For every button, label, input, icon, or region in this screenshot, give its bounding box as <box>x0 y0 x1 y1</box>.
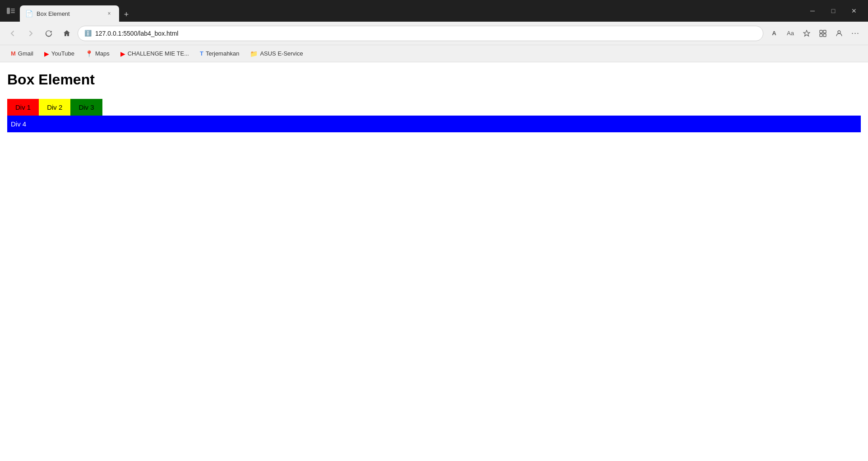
gmail-favicon: M <box>11 50 16 57</box>
svg-rect-7 <box>823 34 826 37</box>
back-button[interactable] <box>5 26 20 41</box>
svg-rect-3 <box>11 12 15 13</box>
forward-button[interactable] <box>23 26 38 41</box>
bookmarks-bar: M Gmail ▶ YouTube 📍 Maps ▶ CHALLENGE MIE… <box>0 45 868 62</box>
close-button[interactable]: ✕ <box>844 0 864 22</box>
bookmark-challenge[interactable]: ▶ CHALLENGE MIE TE... <box>116 48 194 59</box>
inline-boxes-row: Div 1 Div 2 Div 3 <box>7 99 861 116</box>
new-tab-button[interactable]: + <box>119 7 134 22</box>
sidebar-toggle-icon[interactable] <box>4 4 18 18</box>
tabs-area: 📄 Box Element × + <box>20 0 802 22</box>
tab-icon: 📄 <box>25 10 33 17</box>
challenge-favicon: ▶ <box>120 50 125 57</box>
bookmark-terjemahkan-label: Terjemahkan <box>206 50 239 57</box>
read-aloud-button[interactable]: A <box>767 26 781 41</box>
div2-box: Div 2 <box>39 99 70 116</box>
bookmark-maps-label: Maps <box>95 50 110 57</box>
title-bar: 📄 Box Element × + ─ □ ✕ <box>0 0 868 22</box>
browser-window: 📄 Box Element × + ─ □ ✕ ℹ️ 127.0.0.1:550 <box>0 0 868 461</box>
bookmark-gmail-label: Gmail <box>18 50 33 57</box>
youtube-favicon: ▶ <box>44 50 49 57</box>
page-content: Box Element Div 1 Div 2 Div 3 Div 4 <box>0 62 868 461</box>
svg-point-8 <box>838 31 840 33</box>
profile-button[interactable] <box>832 26 846 41</box>
maximize-button[interactable]: □ <box>823 0 844 22</box>
svg-rect-2 <box>11 10 15 11</box>
navigation-bar: ℹ️ 127.0.0.1:5500/lab4_box.html A Aa ··· <box>0 22 868 45</box>
terjemahkan-favicon: T <box>200 50 203 57</box>
tab-title: Box Element <box>37 10 101 17</box>
reload-button[interactable] <box>42 26 56 41</box>
maps-favicon: 📍 <box>85 50 93 57</box>
nav-right-icons: A Aa ··· <box>767 26 863 41</box>
svg-rect-0 <box>7 8 10 14</box>
div3-box: Div 3 <box>70 99 102 116</box>
asus-favicon: 📁 <box>250 50 258 57</box>
bookmark-gmail[interactable]: M Gmail <box>6 48 38 59</box>
active-tab[interactable]: 📄 Box Element × <box>20 5 119 22</box>
div4-box: Div 4 <box>7 116 861 132</box>
collections-button[interactable] <box>816 26 830 41</box>
home-button[interactable] <box>60 26 74 41</box>
window-controls: ─ □ ✕ <box>802 0 864 22</box>
bookmark-maps[interactable]: 📍 Maps <box>81 48 114 59</box>
div1-box: Div 1 <box>7 99 39 116</box>
page-title: Box Element <box>7 71 861 88</box>
bookmark-asus-label: ASUS E-Service <box>260 50 303 57</box>
svg-rect-6 <box>820 34 822 37</box>
svg-rect-5 <box>823 30 826 33</box>
bookmark-asus[interactable]: 📁 ASUS E-Service <box>245 48 307 59</box>
reader-view-button[interactable]: Aa <box>783 26 798 41</box>
tab-close-button[interactable]: × <box>105 9 114 18</box>
bookmark-youtube-label: YouTube <box>51 50 74 57</box>
minimize-button[interactable]: ─ <box>802 0 823 22</box>
address-bar[interactable]: ℹ️ 127.0.0.1:5500/lab4_box.html <box>78 26 763 41</box>
bookmark-youtube[interactable]: ▶ YouTube <box>40 48 79 59</box>
more-button[interactable]: ··· <box>848 26 863 41</box>
address-url: 127.0.0.1:5500/lab4_box.html <box>95 30 757 37</box>
favorites-button[interactable] <box>799 26 814 41</box>
bookmark-challenge-label: CHALLENGE MIE TE... <box>128 50 189 57</box>
svg-rect-4 <box>820 30 822 33</box>
svg-rect-1 <box>11 9 15 9</box>
security-icon: ℹ️ <box>84 30 92 37</box>
bookmark-terjemahkan[interactable]: T Terjemahkan <box>195 48 244 59</box>
